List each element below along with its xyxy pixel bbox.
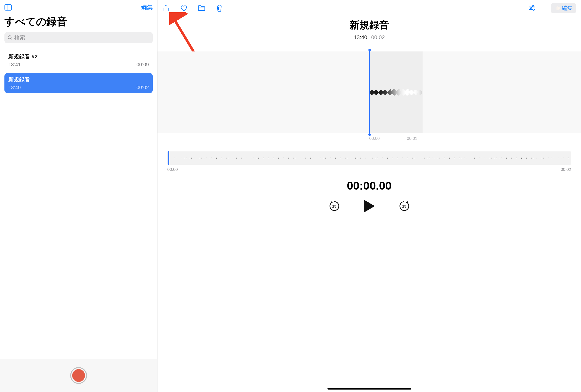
toolbar: 編集 <box>158 0 581 16</box>
recording-main-title: 新規録音 <box>158 18 581 32</box>
svg-point-2 <box>8 36 11 39</box>
record-dot-icon <box>72 369 85 382</box>
sidebar-edit-button[interactable]: 編集 <box>141 3 153 11</box>
playback-controls: 15 15 <box>158 199 581 213</box>
scrub-bar: 00:00 00:02 <box>167 151 571 172</box>
recording-time: 13:41 <box>8 62 21 67</box>
sidebar: 編集 すべての録音 新規録音 #2 13:41 00:09 新規録音 <box>0 0 158 392</box>
sidebar-title: すべての録音 <box>0 14 157 32</box>
heart-icon[interactable] <box>180 4 188 12</box>
record-bar <box>0 359 157 392</box>
waveform-bars <box>369 89 422 95</box>
edit-audio-label: 編集 <box>562 4 572 12</box>
skip-forward-seconds: 15 <box>402 204 406 208</box>
search-icon <box>8 35 13 40</box>
sidebar-top-bar: 編集 <box>0 0 157 14</box>
recording-duration: 00:02 <box>136 85 149 90</box>
trash-icon[interactable] <box>216 4 223 12</box>
svg-point-12 <box>533 9 534 10</box>
svg-point-10 <box>530 7 532 8</box>
play-icon <box>364 200 375 213</box>
svg-rect-0 <box>5 5 12 10</box>
edit-audio-button[interactable]: 編集 <box>551 3 576 13</box>
folder-icon[interactable] <box>198 4 205 12</box>
tick-label: 00:00 <box>369 136 380 141</box>
recording-title: 新規録音 <box>8 76 149 83</box>
recording-duration: 00:09 <box>136 62 149 67</box>
svg-line-3 <box>11 38 12 40</box>
playhead[interactable] <box>369 50 370 135</box>
record-button[interactable] <box>70 367 87 384</box>
sidebar-toggle-icon[interactable] <box>4 4 12 10</box>
recording-item[interactable]: 新規録音 #2 13:41 00:09 <box>4 50 153 70</box>
scrub-playhead[interactable] <box>168 151 169 165</box>
recording-main-duration: 00:02 <box>371 34 385 40</box>
timecode: 00:00.00 <box>158 179 581 192</box>
home-indicator[interactable] <box>328 388 411 390</box>
skip-back-15-button[interactable]: 15 <box>328 200 340 212</box>
search-container <box>0 32 157 48</box>
waveform-viewport[interactable]: 00:00 00:01 <box>158 51 581 133</box>
tick-label: 00:01 <box>407 136 418 141</box>
search-box[interactable] <box>4 32 153 43</box>
main-panel: 編集 新規録音 13:40 00:02 00:00 <box>158 0 581 392</box>
scrub-start-label: 00:00 <box>167 167 178 172</box>
skip-back-seconds: 15 <box>332 204 336 208</box>
recording-time: 13:40 <box>8 85 21 90</box>
share-icon[interactable] <box>162 4 170 12</box>
recording-main-time: 13:40 <box>354 34 367 40</box>
recordings-list: 新規録音 #2 13:41 00:09 新規録音 13:40 00:02 <box>0 48 157 359</box>
scrub-end-label: 00:02 <box>560 167 571 172</box>
recording-item-selected[interactable]: 新規録音 13:40 00:02 <box>4 73 153 93</box>
play-button[interactable] <box>362 199 376 213</box>
waveform-time-ticks: 00:00 00:01 <box>369 136 418 141</box>
waveform-icon <box>554 5 560 11</box>
svg-point-8 <box>532 5 534 7</box>
scrub-track[interactable] <box>167 151 571 165</box>
recording-title: 新規録音 #2 <box>8 53 149 60</box>
recording-header: 新規録音 13:40 00:02 <box>158 18 581 41</box>
search-input[interactable] <box>14 34 150 41</box>
scrub-waveform <box>174 158 569 158</box>
skip-forward-15-button[interactable]: 15 <box>398 200 410 212</box>
sliders-icon[interactable] <box>528 4 536 12</box>
